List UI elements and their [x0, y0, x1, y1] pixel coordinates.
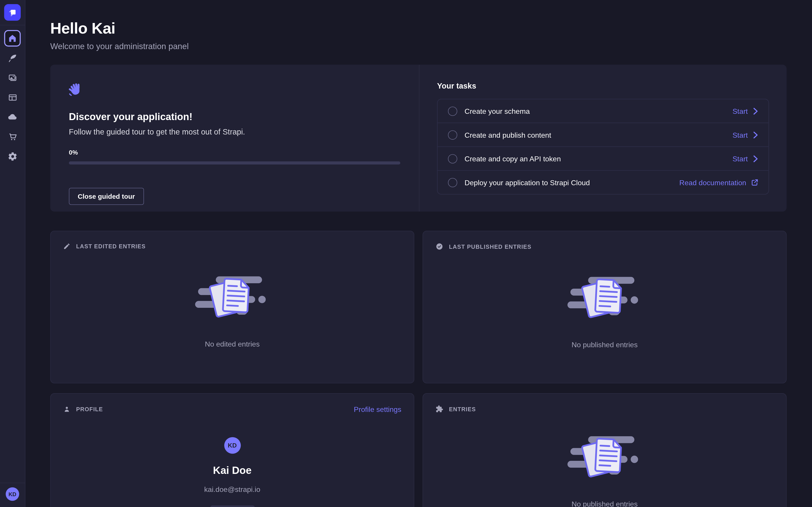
cloud-icon — [7, 112, 17, 122]
pencil-icon — [63, 243, 70, 250]
page-title: Hello Kai — [50, 19, 787, 37]
task-label: Create your schema — [464, 107, 529, 115]
task-row-create-schema[interactable]: Create your schema Start — [438, 99, 768, 123]
empty-state: No published entries — [436, 269, 774, 349]
sidebar-item-content-type-builder[interactable] — [4, 89, 20, 105]
puzzle-icon — [436, 405, 443, 413]
media-library-icon — [7, 73, 17, 83]
sidebar-item-cloud[interactable] — [4, 109, 20, 125]
layout-builder-icon — [7, 93, 17, 102]
task-status-circle — [448, 154, 457, 163]
guided-tour-title: Discover your application! — [69, 111, 400, 123]
task-action-label: Start — [732, 107, 748, 115]
profile-role-badge — [210, 505, 254, 507]
empty-state: No edited entries — [63, 269, 401, 348]
sidebar-item-content-manager[interactable] — [4, 50, 20, 66]
sidebar-nav — [4, 30, 20, 165]
card-header: LAST EDITED ENTRIES — [63, 243, 401, 250]
task-label: Deploy your application to Strapi Cloud — [464, 178, 590, 186]
documents-illustration — [565, 428, 644, 488]
task-label: Create and publish content — [464, 131, 551, 139]
strapi-admin-dashboard: KD Hello Kai Welcome to your administrat… — [0, 0, 812, 507]
documents-illustration — [193, 269, 271, 328]
guided-tour-section: Discover your application! Follow the gu… — [50, 65, 419, 212]
sidebar-item-media-library[interactable] — [4, 69, 20, 86]
widgets-grid: LAST EDITED ENTRIES — [50, 231, 787, 507]
check-circle-icon — [436, 243, 443, 250]
read-documentation-link[interactable]: Read documentation — [679, 178, 758, 186]
progress-label: 0% — [69, 149, 400, 156]
wave-hand-icon — [68, 80, 84, 97]
card-header: PROFILE Profile settings — [63, 405, 401, 413]
task-label: Create and copy an API token — [464, 154, 561, 163]
chevron-right-icon — [753, 155, 758, 162]
task-status-circle — [448, 130, 457, 139]
task-row-deploy-strapi-cloud[interactable]: Deploy your application to Strapi Cloud … — [438, 171, 768, 194]
last-edited-entries-card: LAST EDITED ENTRIES — [50, 231, 414, 383]
person-icon — [63, 406, 70, 413]
empty-state-text: No published entries — [571, 500, 638, 507]
sidebar-item-home[interactable] — [4, 30, 20, 46]
empty-state-text: No published entries — [571, 340, 638, 349]
task-start-link[interactable]: Start — [732, 154, 758, 163]
guided-tour-subtitle: Follow the guided tour to get the most o… — [69, 127, 400, 136]
empty-state: No published entries — [436, 428, 774, 507]
chevron-right-icon — [753, 131, 758, 138]
task-action-label: Read documentation — [679, 178, 746, 186]
card-title: PROFILE — [76, 406, 103, 412]
task-row-create-publish-content[interactable]: Create and publish content Start — [438, 123, 768, 147]
profile-settings-link[interactable]: Profile settings — [354, 405, 402, 413]
close-guided-tour-button[interactable]: Close guided tour — [69, 188, 144, 205]
sidebar-divider-bottom — [0, 483, 25, 483]
profile-card: PROFILE Profile settings KD Kai Doe kai.… — [50, 393, 414, 507]
sidebar-item-marketplace[interactable] — [4, 128, 20, 145]
task-start-link[interactable]: Start — [732, 107, 758, 115]
chevron-right-icon — [753, 107, 758, 114]
profile-name: Kai Doe — [213, 465, 252, 476]
gear-icon — [7, 152, 17, 161]
tasks-list: Create your schema Start Create and publ… — [437, 99, 769, 195]
task-action-label: Start — [732, 131, 748, 139]
card-title: LAST EDITED ENTRIES — [76, 243, 146, 249]
sidebar-divider-top — [0, 25, 25, 25]
strapi-logo-icon[interactable] — [4, 4, 20, 20]
progress-bar — [69, 161, 400, 165]
task-action-label: Start — [732, 154, 748, 163]
main-content: Hello Kai Welcome to your administration… — [25, 0, 812, 507]
user-avatar[interactable]: KD — [6, 488, 19, 501]
sidebar-bottom: KD — [0, 483, 25, 507]
documents-illustration — [565, 269, 644, 328]
task-status-circle — [448, 178, 457, 187]
guided-tour-panel: Discover your application! Follow the gu… — [50, 65, 787, 212]
card-title: ENTRIES — [449, 406, 476, 412]
card-header: ENTRIES — [436, 405, 774, 413]
page-subtitle: Welcome to your administration panel — [50, 42, 787, 51]
profile-avatar: KD — [224, 437, 241, 454]
home-icon — [8, 34, 17, 43]
profile-email: kai.doe@strapi.io — [204, 485, 260, 494]
last-published-entries-card: LAST PUBLISHED ENTRIES — [422, 231, 786, 383]
card-title: LAST PUBLISHED ENTRIES — [449, 243, 531, 250]
profile-body: KD Kai Doe kai.doe@strapi.io — [63, 437, 401, 507]
task-start-link[interactable]: Start — [732, 131, 758, 139]
task-row-create-api-token[interactable]: Create and copy an API token Start — [438, 147, 768, 171]
feather-icon — [7, 53, 17, 63]
sidebar-item-settings[interactable] — [4, 148, 20, 165]
tasks-title: Your tasks — [437, 81, 769, 90]
strapi-logo-glyph — [6, 6, 19, 19]
external-link-icon — [751, 179, 758, 186]
card-header: LAST PUBLISHED ENTRIES — [436, 243, 774, 250]
entries-card: ENTRIES — [422, 393, 786, 507]
sidebar: KD — [0, 0, 25, 507]
task-status-circle — [448, 106, 457, 116]
tasks-section: Your tasks Create your schema Start — [419, 65, 786, 212]
empty-state-text: No edited entries — [205, 340, 260, 348]
cart-icon — [7, 131, 17, 142]
